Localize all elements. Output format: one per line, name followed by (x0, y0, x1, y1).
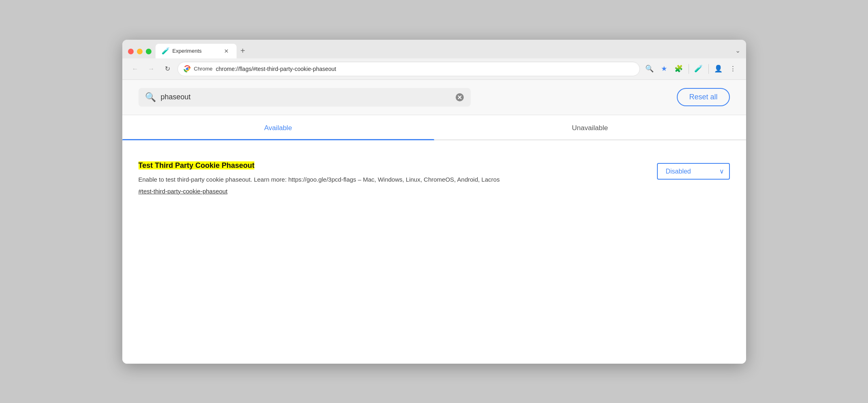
forward-button[interactable]: → (145, 62, 158, 75)
search-button[interactable]: 🔍 (643, 62, 656, 75)
toolbar: ← → ↻ Chrome chrome://flags/#test-third-… (122, 58, 746, 80)
tabs-area: 🧪 Experiments ✕ + (156, 44, 735, 58)
chrome-logo-icon (183, 65, 191, 73)
flags-list: Test Third Party Cookie Phaseout Enable … (122, 140, 746, 215)
flags-tabs: Available Unavailable (122, 115, 746, 140)
toolbar-divider-2 (708, 64, 709, 74)
new-tab-button[interactable]: + (237, 44, 250, 58)
tab-favicon: 🧪 (162, 47, 169, 55)
refresh-button[interactable]: ↻ (161, 62, 174, 75)
tab-available[interactable]: Available (122, 115, 434, 139)
flags-search-input[interactable] (161, 93, 450, 101)
clear-search-button[interactable] (455, 93, 464, 102)
search-icon: 🔍 (145, 92, 156, 103)
maximize-traffic-light[interactable] (146, 49, 151, 54)
traffic-lights (128, 49, 151, 58)
flag-item: Test Third Party Cookie Phaseout Enable … (139, 152, 730, 203)
tab-expand-button[interactable]: ⌄ (735, 47, 740, 58)
toolbar-icons: 🔍 ★ 🧩 🧪 👤 ⋮ (643, 62, 740, 75)
menu-button[interactable]: ⋮ (727, 62, 740, 75)
bookmark-button[interactable]: ★ (658, 62, 671, 75)
extensions-button[interactable]: 🧩 (672, 62, 685, 75)
flag-anchor-link[interactable]: #test-third-party-cookie-phaseout (139, 188, 633, 195)
tab-title: Experiments (173, 48, 220, 54)
tab-unavailable[interactable]: Unavailable (434, 115, 746, 139)
flag-select[interactable]: Default Enabled Disabled (657, 163, 730, 180)
svg-point-1 (186, 68, 188, 70)
flag-select-wrapper: Default Enabled Disabled (657, 163, 730, 180)
chrome-label: Chrome (194, 66, 213, 72)
tab-close-button[interactable]: ✕ (223, 47, 230, 55)
content-area: 🔍 Reset all Available Unavailable (122, 80, 746, 364)
active-tab[interactable]: 🧪 Experiments ✕ (156, 44, 237, 58)
experiments-toolbar-button[interactable]: 🧪 (692, 62, 705, 75)
flags-header: 🔍 Reset all (122, 80, 746, 115)
title-bar: 🧪 Experiments ✕ + ⌄ (122, 40, 746, 58)
clear-icon (455, 93, 464, 102)
back-button[interactable]: ← (129, 62, 142, 75)
flag-title: Test Third Party Cookie Phaseout (139, 161, 255, 169)
flag-control: Default Enabled Disabled (649, 161, 730, 180)
flag-description: Enable to test third-party cookie phaseo… (139, 175, 633, 184)
minimize-traffic-light[interactable] (137, 49, 143, 54)
url-display: chrome://flags/#test-third-party-cookie-… (216, 66, 634, 72)
close-traffic-light[interactable] (128, 49, 134, 54)
toolbar-divider (689, 64, 689, 74)
search-box: 🔍 (139, 88, 471, 107)
address-bar[interactable]: Chrome chrome://flags/#test-third-party-… (177, 62, 640, 76)
flag-info: Test Third Party Cookie Phaseout Enable … (139, 161, 633, 195)
reset-all-button[interactable]: Reset all (677, 88, 729, 106)
browser-window: 🧪 Experiments ✕ + ⌄ ← → ↻ Chrome chrome:… (122, 40, 746, 364)
profile-button[interactable]: 👤 (712, 62, 725, 75)
